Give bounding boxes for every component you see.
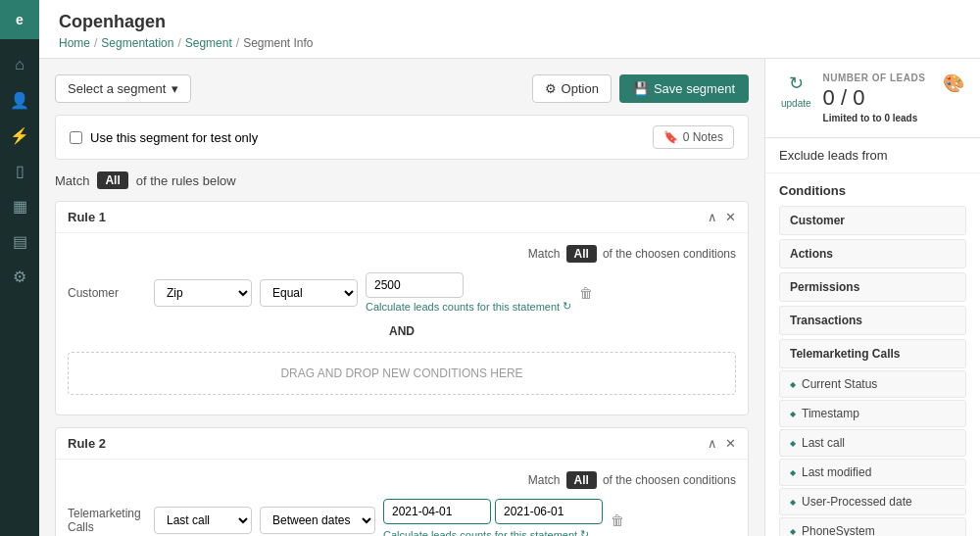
rule-2-condition-row: Telemarketing Calls Last call Between da… [68,499,736,536]
chevron-down-icon: ▾ [172,81,178,96]
rule-1-operator-select[interactable]: Equal [260,279,358,307]
rule-2-field-select[interactable]: Last call [154,507,252,534]
condition-group-telemarketing: Telemarketing Calls Current Status Times… [779,339,966,536]
gear-icon: ⚙ [545,81,557,96]
rule-1-match-suffix: of the choosen conditions [603,247,736,261]
rule-1-delete-condition-icon[interactable]: 🗑 [579,285,593,301]
rule-1-actions: ∧ ✕ [708,210,736,224]
rule-2-date-to-input[interactable] [495,499,603,524]
rule-1-match-toggle[interactable]: All [566,245,597,263]
condition-group-permissions: Permissions [779,272,966,302]
refresh-icon: ↻ [563,300,571,313]
palette-icon[interactable]: 🎨 [943,73,964,94]
rule-1-match-label: Match [528,247,561,261]
condition-item-current-status[interactable]: Current Status [779,370,966,398]
rule-2-collapse-icon[interactable]: ∧ [708,436,717,451]
rule-1-calc-link[interactable]: Calculate leads counts for this statemen… [366,300,571,313]
grid-icon[interactable]: ▦ [0,188,39,223]
rule-1-title: Rule 1 [68,210,106,224]
test-segment-label: Use this segment for test only [90,130,258,145]
filter-icon[interactable]: ⚡ [0,118,39,153]
layers-icon[interactable]: ▯ [0,153,39,188]
rule-1-body: Match All of the choosen conditions Cust… [56,233,748,414]
condition-item-last-modified[interactable]: Last modified [779,459,966,486]
condition-group-transactions: Transactions [779,306,966,335]
right-panel: ↻ update NUMBER OF LEADS 0 / 0 Limited t… [764,59,980,536]
rule-1-collapse-icon[interactable]: ∧ [708,210,717,224]
rule-2-actions: ∧ ✕ [708,436,736,451]
condition-group-customer-header[interactable]: Customer [779,206,966,235]
select-segment-button[interactable]: Select a segment ▾ [55,74,191,103]
notes-button[interactable]: 🔖 0 Notes [653,125,734,149]
rule-1-drop-zone: DRAG AND DROP NEW CONDITIONS HERE [68,352,736,395]
test-segment-checkbox[interactable] [70,131,82,144]
rule-1-value-input[interactable] [366,272,464,298]
toolbar-right: ⚙ Option 💾 Save segment [532,74,749,103]
page-title: Copenhagen [59,12,960,32]
rule-1-field-select[interactable]: Zip [154,279,252,307]
match-row: Match All of the rules below [55,171,749,189]
rule-1-header: Rule 1 ∧ ✕ [56,202,748,233]
rule-2-delete-icon[interactable]: ✕ [725,436,736,451]
telemarketing-items: Current Status Timestamp Last call Last … [779,370,966,536]
rule-2-date-from-input[interactable] [383,499,491,524]
rule-2-calc-link[interactable]: Calculate leads counts for this statemen… [383,528,603,536]
match-toggle[interactable]: All [97,171,127,189]
leads-limited: Limited to to 0 leads [823,113,931,123]
body-layout: Select a segment ▾ ⚙ Option 💾 Save segme… [39,59,980,536]
condition-group-actions-header[interactable]: Actions [779,239,966,268]
rule-2-title: Rule 2 [68,436,106,451]
users-icon[interactable]: 👤 [0,82,39,118]
chart-icon[interactable]: ▤ [0,223,39,259]
conditions-section: Conditions Customer Actions Permissions … [765,173,980,536]
test-segment-row: Use this segment for test only 🔖 0 Notes [55,115,749,160]
save-icon: 💾 [633,81,649,96]
condition-group-telemarketing-header[interactable]: Telemarketing Calls [779,339,966,368]
center-panel: Select a segment ▾ ⚙ Option 💾 Save segme… [39,59,764,536]
breadcrumb-current: Segment Info [243,36,313,50]
rule-2-delete-condition-icon[interactable]: 🗑 [611,512,624,528]
save-segment-button[interactable]: 💾 Save segment [619,74,749,103]
condition-group-transactions-header[interactable]: Transactions [779,306,966,335]
exclude-label: Exclude leads from [779,148,888,163]
condition-group-customer: Customer [779,206,966,235]
conditions-title: Conditions [779,183,966,198]
leads-count: 0 / 0 [823,87,931,109]
rule-2-value-group: Calculate leads counts for this statemen… [383,499,603,536]
breadcrumb-segmentation[interactable]: Segmentation [101,36,173,50]
leads-info: NUMBER OF LEADS 0 / 0 Limited to to 0 le… [823,73,931,123]
breadcrumb-segment[interactable]: Segment [185,36,232,50]
header: Copenhagen Home / Segmentation / Segment… [39,0,980,59]
settings-icon[interactable]: ⚙ [0,259,39,294]
option-button[interactable]: ⚙ Option [532,74,612,103]
rule-1-match-row: Match All of the choosen conditions [68,245,736,263]
rule-1-condition-row: Customer Zip Equal Calculate leads count… [68,272,736,313]
rule-2-match-toggle[interactable]: All [566,471,597,489]
rule-2-cat-label: Telemarketing Calls [68,507,146,534]
rule-2-date-inputs [383,499,603,524]
match-prefix: Match [55,173,89,188]
rule-2-card: Rule 2 ∧ ✕ Match All of the choosen cond… [55,427,749,536]
update-button[interactable]: ↻ update [781,73,811,109]
refresh-icon: ↻ [789,73,804,94]
toolbar-row: Select a segment ▾ ⚙ Option 💾 Save segme… [55,74,749,103]
rule-2-header: Rule 2 ∧ ✕ [56,428,748,460]
condition-item-timestamp[interactable]: Timestamp [779,400,966,427]
rule-1-cat-label: Customer [68,286,146,300]
rule-2-operator-select[interactable]: Between dates [260,507,375,534]
leads-label: NUMBER OF LEADS [823,73,931,83]
rule-2-match-label: Match [528,473,561,487]
rule-1-card: Rule 1 ∧ ✕ Match All of the choosen cond… [55,201,749,415]
rule-1-delete-icon[interactable]: ✕ [725,210,736,224]
condition-group-permissions-header[interactable]: Permissions [779,272,966,302]
leads-card: ↻ update NUMBER OF LEADS 0 / 0 Limited t… [765,59,980,138]
condition-item-last-call[interactable]: Last call [779,429,966,457]
breadcrumb-home[interactable]: Home [59,36,90,50]
breadcrumb: Home / Segmentation / Segment / Segment … [59,36,960,50]
exclude-section: Exclude leads from [765,138,980,173]
condition-item-user-processed[interactable]: User-Processed date [779,488,966,515]
home-icon[interactable]: ⌂ [0,47,39,82]
condition-item-phonesystem[interactable]: PhoneSystem [779,517,966,536]
main-content: Copenhagen Home / Segmentation / Segment… [39,0,980,536]
notes-count: 0 Notes [683,130,723,144]
